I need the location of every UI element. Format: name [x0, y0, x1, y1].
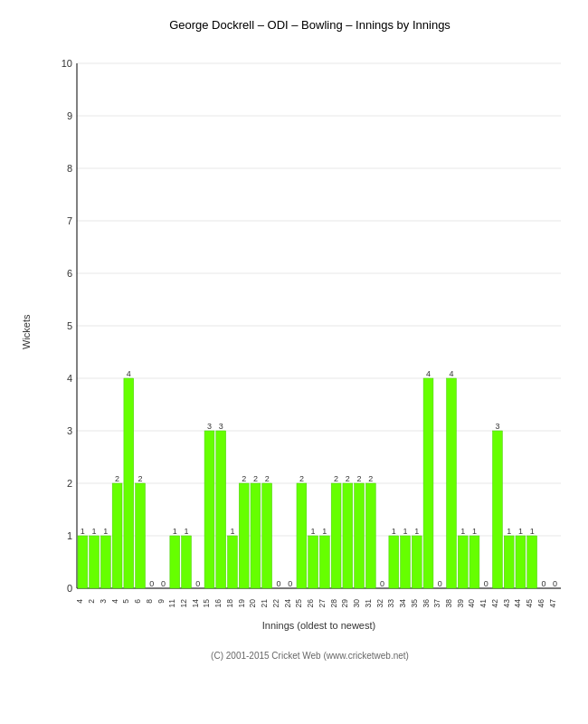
svg-rect-108 — [423, 378, 433, 588]
svg-text:21: 21 — [260, 599, 269, 608]
svg-text:39: 39 — [456, 599, 465, 608]
svg-text:45: 45 — [525, 599, 534, 608]
svg-text:8: 8 — [145, 599, 154, 604]
svg-rect-105 — [412, 536, 422, 588]
svg-text:0: 0 — [380, 579, 384, 588]
svg-text:0: 0 — [195, 579, 200, 588]
svg-text:2: 2 — [357, 474, 362, 483]
svg-text:24: 24 — [283, 599, 292, 608]
svg-text:10: 10 — [62, 58, 72, 69]
svg-rect-91 — [355, 483, 365, 588]
svg-text:35: 35 — [410, 599, 419, 608]
svg-text:7: 7 — [67, 215, 72, 226]
svg-text:3: 3 — [99, 599, 108, 604]
svg-text:1: 1 — [507, 527, 511, 536]
svg-text:26: 26 — [306, 599, 315, 608]
svg-text:18: 18 — [225, 599, 234, 608]
svg-rect-24 — [78, 536, 88, 588]
svg-text:2: 2 — [87, 599, 96, 604]
svg-text:4: 4 — [127, 369, 131, 378]
svg-rect-130 — [516, 536, 526, 588]
svg-text:46: 46 — [536, 599, 545, 608]
svg-text:4: 4 — [426, 369, 431, 378]
svg-text:41: 41 — [479, 599, 488, 608]
svg-text:38: 38 — [444, 599, 453, 608]
svg-rect-27 — [90, 536, 100, 588]
svg-text:2: 2 — [299, 474, 304, 483]
copyright-text: (C) 2001-2015 Cricket Web (www.cricketwe… — [50, 651, 570, 661]
svg-text:1: 1 — [403, 527, 408, 536]
svg-text:44: 44 — [513, 599, 522, 608]
svg-text:34: 34 — [398, 599, 407, 608]
svg-text:3: 3 — [67, 425, 72, 436]
svg-text:14: 14 — [191, 599, 200, 608]
svg-text:Innings (oldest to newest): Innings (oldest to newest) — [262, 620, 375, 631]
svg-text:29: 29 — [340, 599, 349, 608]
svg-text:2: 2 — [242, 474, 246, 483]
svg-rect-49 — [182, 536, 192, 588]
svg-text:19: 19 — [237, 599, 246, 608]
svg-rect-113 — [447, 378, 457, 588]
svg-text:2: 2 — [115, 474, 119, 483]
svg-text:25: 25 — [294, 599, 303, 608]
svg-text:9: 9 — [67, 110, 72, 121]
svg-text:12: 12 — [179, 599, 188, 608]
svg-text:5: 5 — [121, 599, 130, 604]
svg-rect-36 — [124, 378, 134, 588]
svg-rect-57 — [216, 431, 226, 588]
svg-text:36: 36 — [422, 599, 431, 608]
svg-text:5: 5 — [67, 320, 72, 331]
svg-text:2: 2 — [138, 474, 143, 483]
svg-text:11: 11 — [167, 599, 176, 608]
svg-rect-63 — [239, 483, 249, 588]
svg-rect-30 — [100, 536, 110, 588]
svg-text:32: 32 — [375, 599, 384, 608]
svg-text:1: 1 — [103, 527, 108, 536]
svg-text:27: 27 — [318, 599, 327, 608]
svg-text:0: 0 — [438, 579, 442, 588]
svg-text:1: 1 — [414, 527, 419, 536]
svg-rect-79 — [308, 536, 318, 588]
svg-rect-66 — [251, 483, 261, 588]
svg-text:33: 33 — [386, 599, 395, 608]
svg-text:40: 40 — [467, 599, 476, 608]
svg-text:1: 1 — [322, 527, 327, 536]
svg-text:2: 2 — [253, 474, 258, 483]
svg-text:15: 15 — [202, 599, 211, 608]
svg-text:1: 1 — [230, 527, 234, 536]
svg-text:9: 9 — [156, 599, 166, 604]
svg-text:0: 0 — [149, 579, 154, 588]
svg-text:1: 1 — [392, 527, 396, 536]
svg-text:2: 2 — [346, 474, 350, 483]
svg-text:0: 0 — [276, 579, 280, 588]
svg-text:30: 30 — [352, 599, 361, 608]
svg-rect-54 — [204, 431, 214, 588]
svg-text:2: 2 — [265, 474, 270, 483]
svg-text:4: 4 — [449, 369, 453, 378]
svg-rect-99 — [389, 536, 399, 588]
svg-text:1: 1 — [92, 527, 97, 536]
svg-text:28: 28 — [329, 599, 338, 608]
svg-text:1: 1 — [81, 527, 85, 536]
chart-container: George Dockrell – ODI – Bowling – Inning… — [0, 0, 588, 724]
svg-text:16: 16 — [213, 599, 223, 608]
svg-rect-102 — [401, 536, 411, 588]
chart-title: George Dockrell – ODI – Bowling – Inning… — [50, 18, 570, 32]
chart-svg: 0123456789101412132445260809111112014315… — [50, 41, 570, 647]
svg-text:1: 1 — [311, 527, 316, 536]
svg-text:22: 22 — [271, 599, 280, 608]
svg-text:37: 37 — [432, 599, 441, 608]
chart-area: Wickets 01234567891014121324452608091111… — [50, 41, 570, 647]
svg-rect-60 — [228, 536, 238, 588]
svg-text:1: 1 — [518, 527, 523, 536]
svg-text:2: 2 — [368, 474, 373, 483]
svg-text:3: 3 — [495, 422, 499, 431]
svg-rect-82 — [319, 536, 329, 588]
svg-text:8: 8 — [67, 163, 72, 174]
svg-text:0: 0 — [161, 579, 166, 588]
svg-text:0: 0 — [484, 579, 488, 588]
svg-text:1: 1 — [173, 527, 177, 536]
svg-rect-46 — [170, 536, 180, 588]
svg-text:31: 31 — [364, 599, 373, 608]
svg-rect-33 — [112, 483, 122, 588]
